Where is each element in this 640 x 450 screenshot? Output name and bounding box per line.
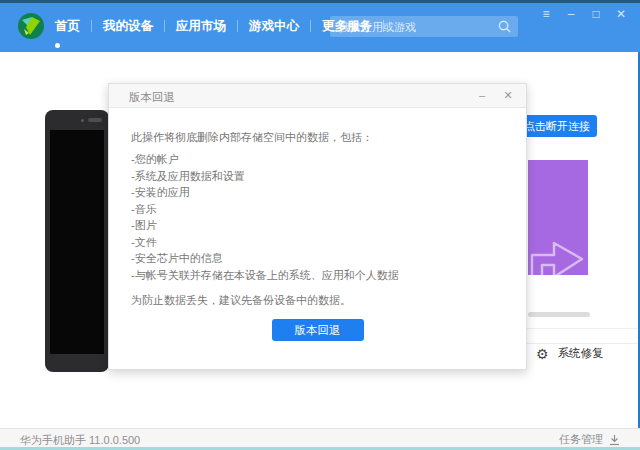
- window-top-edge: [0, 0, 640, 3]
- system-repair-row[interactable]: ⚙ 系统修复: [536, 346, 604, 361]
- list-item: -您的帐户: [131, 151, 506, 168]
- window-controls: ≡ – □ ✕: [539, 7, 628, 21]
- panel-divider: [527, 328, 638, 329]
- list-item: -系统及应用数据和设置: [131, 168, 506, 185]
- version-rollback-dialog: 版本回退 – ✕ 此操作将彻底删除内部存储空间中的数据，包括： -您的帐户 -系…: [108, 83, 527, 370]
- dialog-controls: – ✕: [476, 89, 514, 102]
- hisuite-logo-icon: [17, 12, 45, 40]
- arrow-flag-icon: [528, 225, 588, 275]
- app-window: 首页 我的设备 应用市场 游戏中心 更多服务 ≡ – □ ✕: [0, 0, 640, 450]
- disconnect-button[interactable]: 点击断开连接: [517, 115, 597, 137]
- nav-item-game-center[interactable]: 游戏中心: [238, 18, 310, 35]
- maximize-icon[interactable]: □: [589, 7, 603, 21]
- phone-speaker: [88, 118, 102, 122]
- download-icon[interactable]: [609, 434, 620, 446]
- list-item: -文件: [131, 234, 506, 251]
- active-nav-indicator: [55, 43, 60, 48]
- device-phone-image: [45, 110, 109, 372]
- menu-icon[interactable]: ≡: [539, 7, 553, 21]
- dialog-title: 版本回退: [129, 90, 175, 105]
- nav-item-home[interactable]: 首页: [44, 18, 91, 35]
- task-manager-control[interactable]: 任务管理: [559, 432, 620, 447]
- dialog-note-text: 为防止数据丢失，建议先备份设备中的数据。: [131, 293, 506, 307]
- gear-icon: ⚙: [536, 347, 549, 361]
- dialog-body: 此操作将彻底删除内部存储空间中的数据，包括： -您的帐户 -系统及应用数据和设置…: [131, 108, 506, 307]
- dialog-titlebar[interactable]: 版本回退 – ✕: [109, 84, 526, 108]
- nav-item-app-market[interactable]: 应用市场: [165, 18, 237, 35]
- task-manager-label: 任务管理: [559, 432, 603, 447]
- dialog-close-icon[interactable]: ✕: [502, 89, 514, 102]
- status-bar: 华为手机助手 11.0.0.500 任务管理: [0, 428, 640, 447]
- dialog-data-list: -您的帐户 -系统及应用数据和设置 -安装的应用 -音乐 -图片 -文件 -安全…: [131, 151, 506, 283]
- list-item: -安装的应用: [131, 184, 506, 201]
- system-repair-label: 系统修复: [558, 346, 604, 361]
- list-item: -与帐号关联并存储在本设备上的系统、应用和个人数据: [131, 267, 506, 284]
- phone-camera-dot: [81, 119, 84, 122]
- storage-bar: [528, 312, 590, 317]
- panel-divider: [527, 343, 638, 344]
- dialog-minimize-icon[interactable]: –: [476, 89, 488, 102]
- dialog-intro-text: 此操作将彻底删除内部存储空间中的数据，包括：: [131, 130, 506, 144]
- minimize-icon[interactable]: –: [564, 7, 578, 21]
- phone-screen: [50, 130, 104, 354]
- search-icon[interactable]: [498, 20, 511, 33]
- list-item: -图片: [131, 217, 506, 234]
- search-input[interactable]: [330, 16, 518, 37]
- list-item: -音乐: [131, 201, 506, 218]
- close-icon[interactable]: ✕: [614, 7, 628, 21]
- app-version-label: 华为手机助手 11.0.0.500: [20, 433, 140, 448]
- version-rollback-button[interactable]: 版本回退: [272, 319, 364, 341]
- device-banner: [528, 160, 588, 275]
- top-navigation-bar: 首页 我的设备 应用市场 游戏中心 更多服务 ≡ – □ ✕: [0, 0, 640, 52]
- nav-item-my-devices[interactable]: 我的设备: [92, 18, 164, 35]
- list-item: -安全芯片中的信息: [131, 250, 506, 267]
